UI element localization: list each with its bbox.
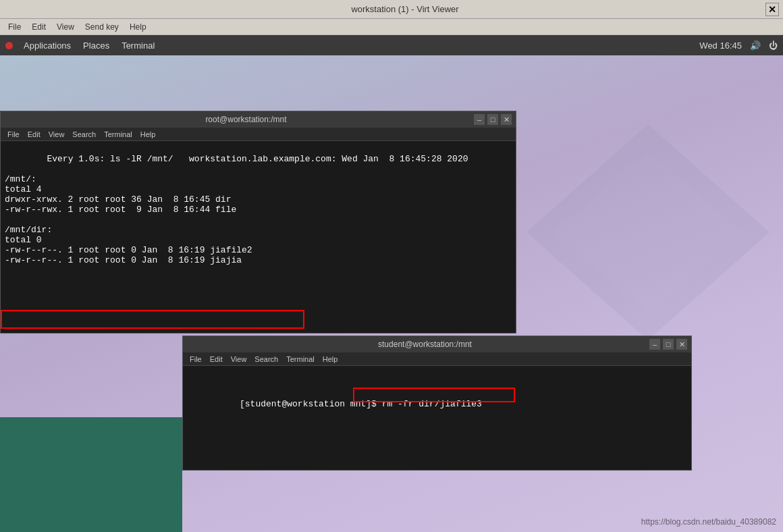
terminal-root-output: Every 1.0s: ls -lR /mnt/ workstation.lab… (5, 154, 468, 265)
gnome-panel: Applications Places Terminal Wed 16:45 🔊… (0, 35, 783, 55)
virt-viewer-menubar: File Edit View Send key Help (0, 19, 783, 35)
vv-menu-edit[interactable]: Edit (26, 21, 51, 33)
terminal-student-close-button[interactable]: ✕ (676, 339, 687, 350)
virt-viewer-titlebar: workstation (1) - Virt Viewer ✕ (0, 0, 783, 19)
terminal-root-minimize-button[interactable]: – (474, 114, 485, 125)
gnome-power-icon[interactable]: ⏻ (769, 41, 778, 51)
vv-menu-help[interactable]: Help (124, 21, 152, 33)
terminal-student-minimize-button[interactable]: – (649, 339, 660, 350)
term-root-menu-help[interactable]: Help (136, 130, 160, 139)
term-root-menu-view[interactable]: View (45, 130, 69, 139)
gnome-clock: Wed 16:45 (699, 41, 742, 51)
gnome-applications-button[interactable]: Applications (18, 39, 76, 52)
svg-marker-1 (554, 151, 742, 313)
terminal-root-maximize-button[interactable]: □ (487, 114, 498, 125)
terminal-student-maximize-button[interactable]: □ (663, 339, 674, 350)
watermark: https://blog.csdn.net/baidu_40389082 (641, 517, 776, 527)
gnome-volume-icon[interactable]: 🔊 (750, 41, 761, 51)
virt-viewer-title: workstation (1) - Virt Viewer (45, 4, 765, 14)
gnome-places-button[interactable]: Places (78, 39, 115, 52)
gnome-panel-left: Applications Places Terminal (5, 39, 160, 52)
terminal-root-menubar: File Edit View Search Terminal Help (1, 128, 516, 141)
terminal-root-titlebar: root@workstation:/mnt – □ ✕ (1, 111, 516, 128)
terminal-student-menubar: File Edit View Search Terminal Help (183, 352, 691, 366)
terminal-root-content[interactable]: Every 1.0s: ls -lR /mnt/ workstation.lab… (1, 141, 516, 333)
term-root-menu-search[interactable]: Search (68, 130, 100, 139)
gnome-panel-right: Wed 16:45 🔊 ⏻ (699, 41, 778, 51)
terminal-root-close-button[interactable]: ✕ (501, 114, 512, 125)
terminal-student: student@workstation:/mnt – □ ✕ File Edit… (182, 336, 692, 471)
gnome-terminal-button[interactable]: Terminal (116, 39, 160, 52)
terminal-root: root@workstation:/mnt – □ ✕ File Edit Vi… (0, 111, 516, 334)
virt-viewer-close-button[interactable]: ✕ (765, 3, 779, 16)
term-student-menu-terminal[interactable]: Terminal (282, 354, 319, 364)
term-root-menu-edit[interactable]: Edit (24, 130, 45, 139)
vv-menu-file[interactable]: File (3, 21, 26, 33)
desktop-area: root@workstation:/mnt – □ ✕ File Edit Vi… (0, 55, 783, 532)
teal-background-area (0, 417, 182, 532)
term-student-menu-view[interactable]: View (227, 354, 251, 364)
terminal-student-buttons: – □ ✕ (649, 339, 687, 350)
term-student-menu-help[interactable]: Help (319, 354, 342, 364)
terminal-student-content[interactable]: [student@workstation mnt]$ rm -fr dir/ji… (183, 366, 691, 470)
term-student-menu-file[interactable]: File (186, 354, 206, 364)
terminal-student-title: student@workstation:/mnt (200, 340, 649, 349)
vv-menu-view[interactable]: View (51, 21, 80, 33)
terminal-student-titlebar: student@workstation:/mnt – □ ✕ (183, 336, 691, 352)
terminal-root-selection-highlight (1, 310, 304, 329)
term-student-menu-edit[interactable]: Edit (206, 354, 227, 364)
term-root-menu-file[interactable]: File (3, 130, 24, 139)
terminal-student-line1: [student@workstation mnt]$ rm -fr dir/ji… (240, 399, 482, 409)
vv-menu-sendkey[interactable]: Send key (80, 21, 124, 33)
terminal-root-buttons: – □ ✕ (474, 114, 512, 125)
term-student-menu-search[interactable]: Search (250, 354, 282, 364)
background-decoration (513, 111, 783, 347)
gnome-logo-dot (5, 42, 13, 49)
terminal-root-title: root@workstation:/mnt (18, 115, 474, 124)
main-area: workstation (1) - Virt Viewer ✕ File Edi… (0, 0, 783, 532)
term-root-menu-terminal[interactable]: Terminal (100, 130, 136, 139)
